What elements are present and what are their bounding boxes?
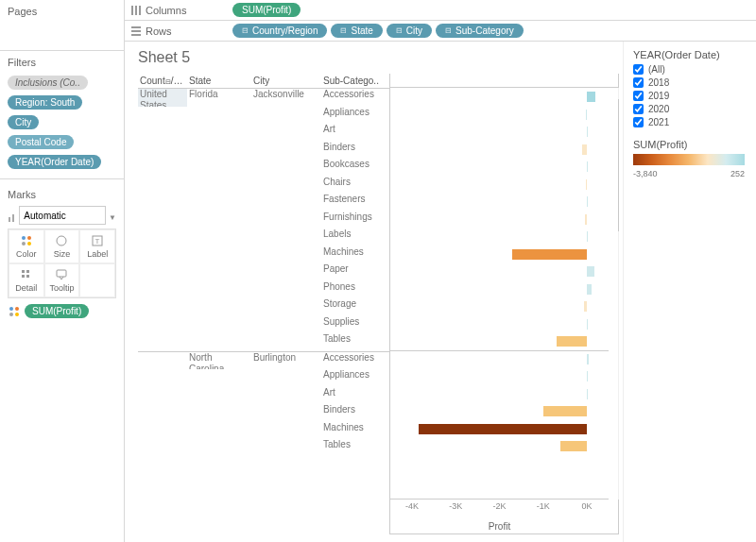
color-legend-bar xyxy=(633,154,745,165)
year-filter-item[interactable]: 2021 xyxy=(633,117,747,127)
bar[interactable] xyxy=(587,127,588,137)
svg-text:T: T xyxy=(95,237,100,246)
table-row: United StatesFloridaJacksonvilleAccessor… xyxy=(138,89,389,107)
rows-pill[interactable]: ⊟Sub-Category xyxy=(436,24,524,38)
bar[interactable] xyxy=(419,424,586,434)
scroll-thumb[interactable] xyxy=(618,99,619,231)
sheet-title: Sheet 5 xyxy=(138,49,619,66)
filter-pill[interactable]: City xyxy=(8,115,39,129)
svg-rect-11 xyxy=(26,270,29,273)
table-row: Storage xyxy=(138,298,389,316)
rows-label: Rows xyxy=(146,25,172,37)
column-header[interactable]: Count⊟/Re.. xyxy=(138,74,187,88)
filter-pill[interactable]: Inclusions (Co.. xyxy=(8,76,88,90)
table-row: Furnishings xyxy=(138,212,389,229)
svg-rect-22 xyxy=(131,26,141,28)
svg-rect-12 xyxy=(22,275,25,278)
x-axis-title: Profit xyxy=(390,521,609,532)
table-row: Fasteners xyxy=(138,194,389,212)
bar[interactable] xyxy=(587,231,588,242)
columns-label: Columns xyxy=(146,5,186,16)
color-dots-icon xyxy=(8,305,21,318)
year-checkbox[interactable] xyxy=(633,117,644,127)
scroll-up-icon[interactable]: ▴ xyxy=(618,88,619,99)
bar[interactable] xyxy=(587,284,593,295)
year-filter-item[interactable]: 2019 xyxy=(633,91,747,101)
marks-title: Marks xyxy=(8,189,116,200)
marks-type-select[interactable] xyxy=(19,206,106,225)
svg-rect-21 xyxy=(139,6,141,15)
year-filter-item[interactable]: 2020 xyxy=(633,104,747,114)
marks-tooltip-button[interactable]: Tooltip xyxy=(44,263,80,297)
bar[interactable] xyxy=(512,249,587,260)
filters-title: Filters xyxy=(8,57,116,68)
svg-point-18 xyxy=(15,313,19,316)
marks-label-button[interactable]: TLabel xyxy=(79,229,115,263)
bar[interactable] xyxy=(587,354,589,364)
table-row: Machines xyxy=(138,246,389,264)
bar[interactable] xyxy=(557,336,587,347)
table-row: Tables xyxy=(138,333,389,351)
svg-rect-19 xyxy=(131,6,133,15)
bar[interactable] xyxy=(587,266,594,277)
chevron-down-icon[interactable]: ▼ xyxy=(109,213,116,222)
axis-tick: -3K xyxy=(449,501,462,511)
bar[interactable] xyxy=(584,301,587,312)
svg-rect-10 xyxy=(22,270,25,273)
rows-pill[interactable]: ⊟City xyxy=(387,24,432,38)
marks-color-button[interactable]: Color xyxy=(9,229,44,263)
table-row: Machines xyxy=(138,422,389,440)
bar[interactable] xyxy=(586,179,587,190)
axis-tick: -1K xyxy=(537,501,550,511)
marks-detail-button[interactable]: Detail xyxy=(9,263,44,297)
bar[interactable] xyxy=(560,441,587,451)
bar[interactable] xyxy=(587,92,595,102)
pages-title: Pages xyxy=(8,6,116,17)
legend-title: SUM(Profit) xyxy=(633,139,747,150)
bar[interactable] xyxy=(543,406,587,416)
svg-point-17 xyxy=(9,313,13,316)
svg-point-16 xyxy=(15,307,19,311)
bar[interactable] xyxy=(587,161,588,172)
svg-point-6 xyxy=(27,242,31,246)
filter-pill[interactable]: Region: South xyxy=(8,95,82,110)
table-row: Bookcases xyxy=(138,159,389,177)
year-checkbox[interactable] xyxy=(633,91,644,101)
year-checkbox[interactable] xyxy=(633,64,644,75)
axis-tick: -2K xyxy=(492,501,506,511)
year-filter-item[interactable]: 2018 xyxy=(633,77,747,88)
rows-pill[interactable]: ⊟Country/Region xyxy=(232,24,327,38)
filter-pill[interactable]: YEAR(Order Date) xyxy=(8,155,101,169)
axis-tick: -4K xyxy=(405,501,419,511)
axis-tick: 0K xyxy=(581,501,592,511)
column-header[interactable]: State xyxy=(187,74,251,88)
svg-point-5 xyxy=(22,242,26,246)
marks-size-button[interactable]: Size xyxy=(44,229,80,263)
rows-pill[interactable]: ⊟State xyxy=(331,24,382,38)
columns-pill-profit[interactable]: SUM(Profit) xyxy=(232,3,301,17)
vertical-scrollbar[interactable]: ▴ ▾ xyxy=(618,88,619,500)
bar[interactable] xyxy=(587,371,588,381)
year-filter-title: YEAR(Order Date) xyxy=(633,49,747,60)
marks-color-pill[interactable]: SUM(Profit) xyxy=(25,304,89,318)
scroll-down-icon[interactable]: ▾ xyxy=(618,488,619,500)
bar[interactable] xyxy=(582,144,587,155)
bar[interactable] xyxy=(587,389,588,399)
bar[interactable] xyxy=(585,214,587,225)
table-row: North CarolinaBurlingtonAccessories xyxy=(138,352,389,370)
legend-max: 252 xyxy=(730,169,745,178)
table-row: Art xyxy=(138,387,389,405)
column-header[interactable]: Sub-Catego.. xyxy=(321,74,389,88)
bar[interactable] xyxy=(586,110,587,120)
year-filter-item[interactable]: (All) xyxy=(633,64,747,75)
year-checkbox[interactable] xyxy=(633,104,644,114)
filter-pill[interactable]: Postal Code xyxy=(8,135,74,149)
table-row: Phones xyxy=(138,281,389,299)
column-header[interactable]: City xyxy=(251,74,321,88)
svg-rect-1 xyxy=(12,214,14,222)
svg-point-3 xyxy=(22,236,26,240)
bar[interactable] xyxy=(587,319,588,330)
rows-icon xyxy=(130,25,142,37)
year-checkbox[interactable] xyxy=(633,77,644,88)
bar[interactable] xyxy=(587,196,588,207)
